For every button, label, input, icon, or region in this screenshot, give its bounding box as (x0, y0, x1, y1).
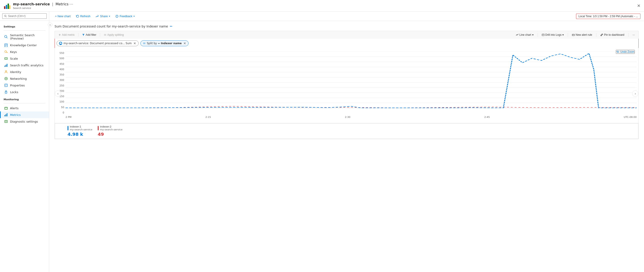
line-chart-button[interactable]: Line chart ▾ (514, 32, 535, 37)
drill-logs-icon (542, 33, 544, 36)
chart-title-row: Sum Document processed count for my-sear… (54, 24, 639, 28)
sidebar-item-diagnostic[interactable]: Diagnostic settings (0, 118, 49, 125)
x-label-215: 2:15 (206, 116, 211, 119)
svg-line-47 (600, 35, 601, 36)
service-name: my-search-service (13, 2, 50, 6)
svg-point-4 (4, 15, 6, 17)
metric-pill-document[interactable]: my-search-service: Document processed co… (56, 40, 139, 46)
close-button[interactable]: ✕ (637, 3, 640, 8)
split-pill-close-icon[interactable]: ✕ (183, 41, 186, 45)
sidebar-item-scale[interactable]: Scale (0, 55, 49, 62)
share-button[interactable]: Share ▾ (94, 13, 112, 19)
chart-prev-button[interactable]: ‹ (55, 90, 61, 97)
networking-icon (4, 77, 8, 80)
drill-logs-chevron-icon: ▾ (562, 33, 564, 36)
metric-pill-close-icon[interactable]: ✕ (134, 41, 136, 45)
metric-pills: my-search-service: Document processed co… (54, 39, 639, 48)
sidebar-label-metrics: Metrics (10, 113, 20, 117)
sidebar-item-locks[interactable]: Locks (0, 89, 49, 95)
split-pill-label: Split by = Indexer name (147, 42, 182, 45)
title-info: my-search-service | Metrics ··· Search s… (13, 2, 73, 9)
svg-rect-30 (6, 114, 6, 116)
sidebar-item-semantic-search[interactable]: Semantic Search (Preview) (0, 32, 49, 42)
search-input-wrap (2, 13, 47, 19)
svg-point-20 (5, 71, 7, 72)
refresh-icon (76, 15, 79, 18)
edit-chart-title-icon[interactable]: ✏️ (170, 24, 172, 28)
sidebar: ‹‹ Settings Semantic Search (Preview) (0, 11, 49, 272)
legend-name-indexer2: indexer-2 (100, 125, 122, 128)
more-options-button[interactable]: ··· (631, 32, 636, 37)
legend-item-indexer1: indexer-1 my-search-service 4.98 k (68, 125, 92, 137)
toolbar-right: Local Time: 1/3 1:59 PM - 2:59 PM (Autom… (576, 14, 640, 19)
sidebar-label-networking: Networking (10, 77, 26, 80)
properties-icon (4, 83, 8, 87)
svg-rect-18 (6, 65, 6, 67)
pin-icon (600, 33, 603, 36)
share-chevron-icon: ▾ (109, 15, 110, 17)
settings-section-title: Settings (0, 22, 49, 29)
collapse-sidebar-btn[interactable]: ‹‹ (48, 22, 52, 27)
sidebar-item-knowledge-center[interactable]: Knowledge Center (0, 42, 49, 48)
drill-logs-button[interactable]: Drill into Logs ▾ (540, 32, 566, 37)
traffic-icon (4, 63, 8, 67)
add-filter-button[interactable]: Add filter (80, 32, 98, 37)
svg-rect-43 (542, 34, 544, 36)
add-metric-button[interactable]: Add metric (56, 32, 76, 37)
knowledge-center-icon (4, 43, 8, 47)
add-metric-icon (58, 33, 61, 36)
metric-toolbar-left: Add metric Add filter Apply splitting (56, 32, 126, 37)
sidebar-item-keys[interactable]: Keys (0, 48, 49, 55)
chart-title: Sum Document processed count for my-sear… (54, 24, 168, 28)
split-icon (143, 42, 146, 45)
svg-rect-31 (7, 113, 8, 116)
monitoring-section-title: Monitoring (0, 95, 49, 102)
metric-toolbar-sep3 (538, 33, 538, 37)
page-title: Metrics (56, 2, 68, 6)
filter-icon (82, 33, 85, 36)
refresh-button[interactable]: Refresh (74, 13, 93, 19)
sidebar-item-properties[interactable]: Properties (0, 82, 49, 89)
new-alert-button[interactable]: New alert rule (570, 32, 594, 37)
identity-icon (4, 70, 8, 74)
semantic-search-icon (4, 35, 8, 39)
svg-point-6 (5, 35, 7, 38)
svg-marker-40 (82, 34, 84, 36)
x-label-245: 2:45 (484, 116, 490, 119)
search-icon (4, 15, 7, 17)
scale-icon (4, 57, 8, 60)
legend-service-indexer2: my-search-service (100, 128, 122, 131)
svg-rect-3 (10, 5, 10, 9)
line-chart-icon (516, 33, 518, 36)
pin-dashboard-button[interactable]: Pin to dashboard (598, 32, 626, 37)
search-input[interactable] (8, 14, 45, 18)
service-subtitle: Search service (13, 7, 73, 9)
legend-color-indexer2 (98, 126, 98, 130)
svg-rect-23 (5, 84, 8, 87)
diagnostic-icon (4, 120, 8, 123)
sidebar-label-properties: Properties (10, 84, 25, 87)
pill-cloud-icon (59, 42, 62, 45)
legend-value-indexer1: 4.98 k (68, 132, 92, 137)
sidebar-item-traffic[interactable]: Search traffic analytics (0, 62, 49, 68)
chart-next-button[interactable]: › (632, 90, 638, 97)
split-pill[interactable]: Split by = Indexer name ✕ (140, 40, 189, 46)
metric-toolbar-sep2 (100, 33, 100, 37)
title-more-btn[interactable]: ··· (69, 2, 73, 6)
legend-value-indexer2: 49 (98, 132, 122, 137)
sidebar-item-identity[interactable]: Identity (0, 68, 49, 75)
sidebar-item-metrics[interactable]: Metrics (0, 111, 49, 118)
svg-rect-26 (5, 92, 7, 93)
sidebar-item-alerts[interactable]: Alerts (0, 105, 49, 111)
feedback-button[interactable]: Feedback ▾ (113, 13, 137, 19)
svg-rect-0 (4, 6, 5, 9)
time-range-button[interactable]: Local Time: 1/3 1:59 PM - 2:59 PM (Autom… (576, 14, 640, 19)
new-chart-button[interactable]: + New chart (53, 13, 73, 19)
sidebar-label-knowledge: Knowledge Center (10, 43, 37, 47)
apply-splitting-button[interactable]: Apply splitting (102, 32, 126, 37)
sidebar-item-networking[interactable]: Networking (0, 75, 49, 82)
svg-line-7 (7, 37, 8, 38)
chart-area: Sum Document processed count for my-sear… (49, 21, 644, 272)
svg-rect-2 (8, 3, 9, 9)
legend-service-indexer1: my-search-service (70, 128, 92, 131)
